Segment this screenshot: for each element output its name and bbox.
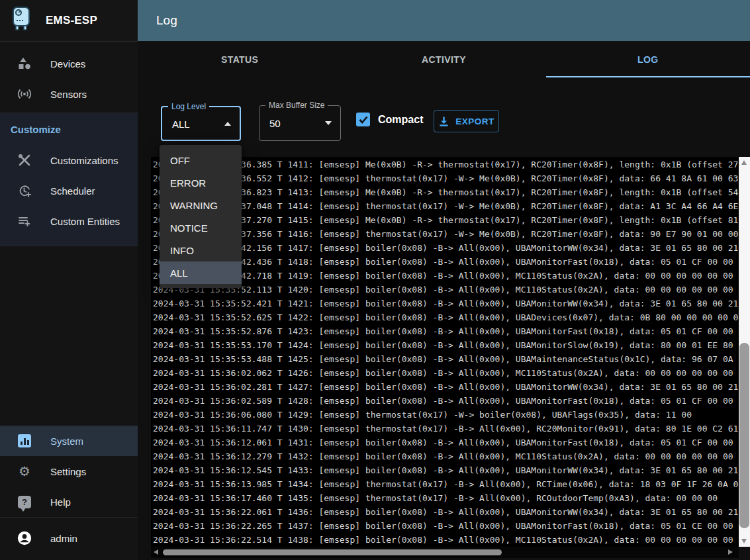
log-line: 2024-03-31 15:36:02.062 T 1426: [emsesp]…	[151, 366, 739, 380]
sidebar-item-label: Custom Entities	[50, 216, 120, 227]
log-line: 2024-03-31 15:35:52.625 T 1422: [emsesp]…	[151, 310, 739, 324]
sidebar: EMS-ESP Devices	[0, 0, 138, 560]
nav-section-customize: Customize Customizations	[0, 113, 138, 246]
log-line: 2024-03-31 15:36:22.061 T 1436: [emsesp]…	[151, 505, 739, 519]
log-line: 2024-03-31 15:36:06.080 T 1429: [emsesp]…	[151, 408, 739, 422]
log-level-option[interactable]: NOTICE	[160, 216, 242, 239]
radio-waves-icon	[17, 88, 32, 100]
log-level-label: Log Level	[168, 102, 209, 111]
max-buffer-value: 50	[269, 118, 281, 129]
bar-chart-icon	[17, 434, 32, 447]
compact-label: Compact	[378, 114, 423, 126]
app-title: EMS-ESP	[46, 14, 97, 27]
download-icon	[438, 116, 449, 127]
log-line: 2024-03-31 15:36:17.460 T 1435: [emsesp]…	[151, 491, 739, 505]
log-line: 2024-03-31 15:36:02.281 T 1427: [emsesp]…	[151, 380, 739, 394]
log-line: 2024-03-31 15:36:12.545 T 1433: [emsesp]…	[151, 463, 739, 477]
sidebar-item-scheduler[interactable]: Scheduler	[0, 175, 138, 206]
sidebar-item-help[interactable]: ? Help	[0, 487, 138, 517]
max-buffer-label: Max Buffer Size	[265, 101, 328, 110]
sidebar-item-customizations[interactable]: Customizations	[0, 145, 138, 175]
sidebar-item-label: Help	[50, 496, 71, 508]
max-buffer-select[interactable]: Max Buffer Size 50	[259, 105, 341, 141]
log-level-value: ALL	[172, 118, 190, 129]
log-level-select[interactable]: Log Level ALL	[161, 106, 241, 141]
boiler-logo-icon	[10, 6, 32, 35]
username: admin	[50, 533, 77, 544]
sidebar-item-label: Settings	[50, 466, 86, 477]
sidebar-item-label: Devices	[50, 58, 85, 70]
shapes-icon	[17, 57, 32, 70]
log-level-option[interactable]: ALL	[160, 261, 242, 284]
log-level-option[interactable]: ERROR	[160, 171, 242, 194]
compact-checkbox[interactable]	[356, 113, 370, 126]
sidebar-item-label: Scheduler	[50, 185, 95, 197]
page-title: Log	[156, 13, 177, 28]
scroll-up-arrow-icon[interactable]	[741, 160, 747, 165]
log-level-option[interactable]: OFF	[160, 149, 242, 171]
sidebar-item-label: Customizations	[50, 155, 118, 166]
clock-plus-icon	[17, 184, 32, 197]
horizontal-scrollbar[interactable]	[151, 547, 739, 558]
nav-section-system: System ⚙ Settings ? Help	[0, 426, 138, 517]
sidebar-item-custom-entities[interactable]: Custom Entities	[0, 206, 138, 236]
log-line: 2024-03-31 15:36:22.514 T 1438: [emsesp]…	[151, 533, 739, 547]
tools-icon	[17, 154, 32, 167]
export-label: EXPORT	[455, 117, 494, 126]
question-bubble-icon: ?	[17, 496, 32, 508]
log-line: 2024-03-31 15:36:02.589 T 1428: [emsesp]…	[151, 394, 739, 408]
list-plus-icon	[17, 214, 32, 228]
log-line: 2024-03-31 15:36:12.279 T 1432: [emsesp]…	[151, 449, 739, 463]
customize-section-header: Customize	[0, 113, 138, 145]
sidebar-item-label: System	[50, 436, 83, 447]
sidebar-item-system[interactable]: System	[0, 426, 138, 456]
log-level-option[interactable]: WARNING	[160, 194, 242, 216]
scroll-down-arrow-icon[interactable]	[741, 539, 747, 543]
sidebar-item-devices[interactable]: Devices	[0, 48, 138, 79]
sidebar-item-settings[interactable]: ⚙ Settings	[0, 456, 138, 487]
log-line: 2024-03-31 15:36:12.061 T 1431: [emsesp]…	[151, 436, 739, 449]
nav-section-main: Devices Sensors	[0, 42, 138, 113]
log-line: 2024-03-31 15:35:53.170 T 1424: [emsesp]…	[151, 338, 739, 352]
export-button[interactable]: EXPORT	[434, 110, 499, 132]
log-level-menu: OFFERRORWARNINGNOTICEINFOALL	[160, 145, 242, 288]
user-row-admin[interactable]: admin	[0, 523, 138, 553]
user-section: admin	[0, 517, 138, 560]
check-icon	[359, 116, 368, 124]
log-line: 2024-03-31 15:35:52.421 T 1421: [emsesp]…	[151, 297, 739, 310]
gear-icon: ⚙	[17, 465, 32, 478]
chevron-down-icon	[325, 121, 332, 125]
sidebar-spacer	[0, 246, 138, 426]
sidebar-item-label: Sensors	[50, 89, 87, 100]
tab-activity[interactable]: ACTIVITY	[342, 41, 545, 77]
scroll-right-arrow-icon[interactable]	[728, 549, 733, 555]
tab-status[interactable]: STATUS	[138, 41, 342, 77]
main-area: Log STATUS ACTIVITY LOG Log Level ALL Ma…	[138, 0, 750, 560]
app-bar: Log	[138, 0, 750, 41]
tab-log[interactable]: LOG	[546, 41, 750, 77]
chevron-up-icon	[224, 122, 231, 126]
vertical-scrollbar-thumb[interactable]	[739, 343, 749, 528]
log-line: 2024-03-31 15:36:11.747 T 1430: [emsesp]…	[151, 422, 739, 436]
compact-control: Compact	[356, 113, 423, 126]
log-level-option[interactable]: INFO	[160, 239, 242, 261]
log-line: 2024-03-31 15:35:53.488 T 1425: [emsesp]…	[151, 352, 739, 366]
log-line: 2024-03-31 15:36:22.265 T 1437: [emsesp]…	[151, 519, 739, 533]
scroll-left-arrow-icon[interactable]	[154, 549, 158, 555]
tab-bar: STATUS ACTIVITY LOG	[138, 41, 750, 77]
log-line: 2024-03-31 15:35:52.876 T 1423: [emsesp]…	[151, 324, 739, 338]
vertical-scrollbar[interactable]	[739, 157, 750, 547]
account-circle-icon	[17, 530, 32, 547]
log-line: 2024-03-31 15:36:13.985 T 1434: [emsesp]…	[151, 477, 739, 491]
horizontal-scrollbar-thumb[interactable]	[163, 549, 502, 555]
brand: EMS-ESP	[0, 0, 138, 42]
sidebar-item-sensors[interactable]: Sensors	[0, 79, 138, 109]
